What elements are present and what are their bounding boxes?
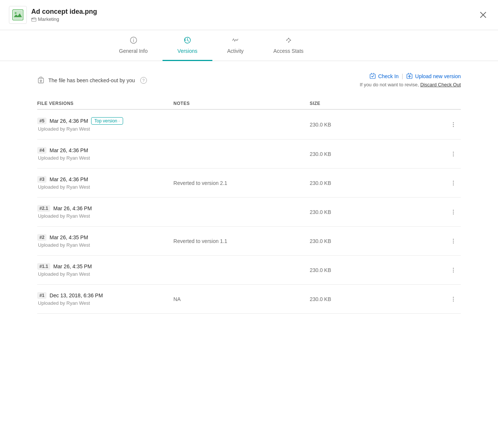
checkout-banner: The file has been checked-out by you ? C… [37, 73, 461, 87]
discard-prefix: If you do not want to revise, [360, 82, 419, 87]
checkout-right: Check In | Upload new version I [360, 73, 461, 87]
svg-point-33 [453, 211, 454, 212]
more-options-button[interactable] [446, 209, 461, 215]
col-notes: NOTES [173, 101, 309, 106]
svg-point-28 [453, 155, 454, 156]
checkout-icon [37, 77, 45, 84]
svg-point-36 [453, 240, 454, 241]
version-top: #5 Mar 26, 4:36 PM Top version · [37, 117, 173, 125]
table-row: #3 Mar 26, 4:36 PM Uploaded by Ryan West… [37, 169, 461, 198]
version-info: #3 Mar 26, 4:36 PM Uploaded by Ryan West [37, 176, 173, 190]
file-folder: Marketing [31, 16, 97, 22]
svg-line-16 [289, 40, 290, 42]
tab-access-stats[interactable]: Access Stats [258, 31, 318, 61]
more-options-button[interactable] [446, 267, 461, 273]
table-row: #2 Mar 26, 4:35 PM Uploaded by Ryan West… [37, 227, 461, 256]
svg-point-29 [453, 180, 454, 182]
version-badge: #2.1 [37, 205, 50, 212]
version-info: #5 Mar 26, 4:36 PM Top version · Uploade… [37, 117, 173, 132]
version-badge: #3 [37, 176, 46, 183]
version-note: NA [173, 296, 309, 302]
top-version-badge: Top version · [91, 117, 123, 125]
col-actions [446, 101, 461, 106]
modal-container: Ad concept idea.png Marketing [0, 0, 498, 448]
tab-general-info[interactable]: General Info [104, 31, 163, 61]
table-row: #1 Dec 13, 2018, 6:36 PM Uploaded by Rya… [37, 285, 461, 314]
version-badge: #5 [37, 118, 46, 124]
version-info: #1 Dec 13, 2018, 6:36 PM Uploaded by Rya… [37, 292, 173, 306]
version-size: 230.0 KB [310, 296, 446, 302]
more-options-button[interactable] [446, 180, 461, 186]
activity-icon [232, 36, 239, 46]
tab-activity-label: Activity [227, 48, 244, 54]
svg-rect-1 [14, 11, 22, 19]
svg-point-23 [453, 122, 454, 123]
tab-general-info-label: General Info [119, 48, 148, 54]
svg-point-43 [453, 300, 454, 301]
svg-point-32 [453, 209, 454, 211]
version-date: Mar 26, 4:36 PM [49, 147, 88, 153]
version-uploader: Uploaded by Ryan West [38, 242, 173, 248]
discard-checkout-link[interactable]: Discard Check Out [420, 82, 461, 87]
version-top: #2 Mar 26, 4:35 PM [37, 234, 173, 241]
access-stats-icon [285, 36, 292, 46]
checkout-actions: Check In | Upload new version [369, 73, 461, 80]
version-size: 230.0 KB [310, 180, 446, 186]
tab-versions-label: Versions [177, 48, 197, 54]
checkin-button[interactable]: Check In [369, 73, 399, 80]
content-area: The file has been checked-out by you ? C… [0, 61, 498, 326]
col-size: SIZE [310, 101, 446, 106]
svg-point-39 [453, 269, 454, 271]
tab-activity[interactable]: Activity [212, 31, 258, 61]
col-file-versions: FILE VERSIONS [37, 101, 173, 106]
version-top: #1.1 Mar 26, 4:35 PM [37, 263, 173, 270]
more-options-button[interactable] [446, 151, 461, 157]
version-info: #4 Mar 26, 4:36 PM Uploaded by Ryan West [37, 147, 173, 161]
version-badge: #1.1 [37, 263, 50, 270]
tab-access-stats-label: Access Stats [273, 48, 303, 54]
version-date: Mar 26, 4:35 PM [53, 263, 92, 269]
table-row: #5 Mar 26, 4:36 PM Top version · Uploade… [37, 110, 461, 140]
table-row: #2.1 Mar 26, 4:36 PM Uploaded by Ryan We… [37, 198, 461, 227]
version-size: 230.0 KB [310, 238, 446, 244]
svg-point-24 [453, 124, 454, 125]
file-icon [9, 6, 27, 24]
version-date: Mar 26, 4:35 PM [49, 234, 88, 240]
version-size: 230.0 KB [310, 122, 446, 128]
more-options-button[interactable] [446, 121, 461, 128]
upload-new-version-button[interactable]: Upload new version [406, 73, 461, 80]
more-options-button[interactable] [446, 296, 461, 303]
version-top: #2.1 Mar 26, 4:36 PM [37, 205, 173, 212]
help-icon[interactable]: ? [140, 77, 147, 84]
svg-point-35 [453, 239, 454, 240]
tab-versions[interactable]: Versions [163, 31, 212, 61]
svg-point-30 [453, 182, 454, 183]
separator: | [402, 73, 403, 80]
header: Ad concept idea.png Marketing [0, 0, 498, 30]
version-badge: #4 [37, 147, 46, 154]
upload-icon [406, 73, 413, 80]
close-button[interactable] [477, 9, 489, 21]
file-name: Ad concept idea.png [31, 8, 97, 16]
version-badge: #1 [37, 292, 46, 299]
version-top: #1 Dec 13, 2018, 6:36 PM [37, 292, 173, 299]
versions-list: #5 Mar 26, 4:36 PM Top version · Uploade… [37, 110, 461, 314]
version-note: Reverted to version 1.1 [173, 238, 309, 244]
version-date: Mar 26, 4:36 PM [53, 205, 92, 211]
svg-point-25 [453, 126, 454, 127]
table-header: FILE VERSIONS NOTES SIZE [37, 98, 461, 110]
versions-icon [184, 36, 191, 46]
svg-point-40 [453, 271, 454, 272]
tabs-bar: General Info Versions Activity [0, 30, 498, 61]
svg-point-31 [453, 184, 454, 185]
more-options-button[interactable] [446, 238, 461, 244]
checkout-left: The file has been checked-out by you ? [37, 77, 147, 84]
version-info: #1.1 Mar 26, 4:35 PM Uploaded by Ryan We… [37, 263, 173, 277]
version-size: 230.0 KB [310, 209, 446, 215]
table-row: #4 Mar 26, 4:36 PM Uploaded by Ryan West… [37, 140, 461, 169]
svg-point-26 [453, 151, 454, 153]
svg-line-14 [287, 38, 289, 40]
version-info: #2 Mar 26, 4:35 PM Uploaded by Ryan West [37, 234, 173, 248]
header-left: Ad concept idea.png Marketing [9, 6, 97, 24]
svg-point-7 [133, 39, 134, 39]
